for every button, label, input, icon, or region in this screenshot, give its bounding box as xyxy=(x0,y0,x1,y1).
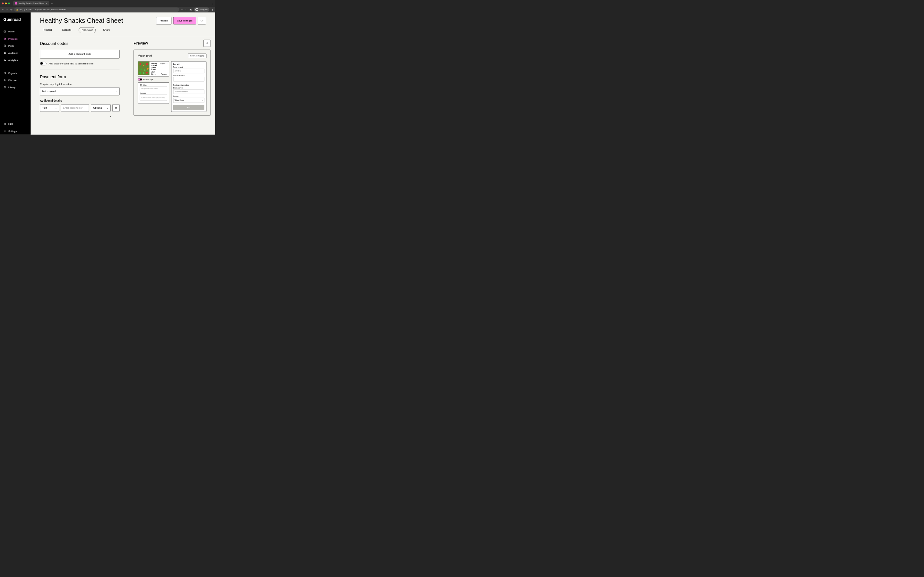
browser-tab[interactable]: Healthy Snacks Cheat Sheet ✕ xyxy=(13,1,49,6)
page-title: Healthy Snacks Cheat Sheet xyxy=(40,17,154,24)
svg-point-7 xyxy=(4,52,5,53)
svg-rect-0 xyxy=(4,31,6,32)
discount-codes-heading: Discount codes xyxy=(40,41,120,46)
gear-icon xyxy=(3,129,6,132)
home-icon xyxy=(3,30,6,33)
product-price: US$12.23 xyxy=(160,63,168,70)
add-discount-code-button[interactable]: Add a discount code xyxy=(40,50,120,58)
cart-product-card: Healthy Snacks Cheat Sheet US$12.23 Dais… xyxy=(138,61,169,76)
chevron-down-icon: ⌄ xyxy=(107,107,108,109)
svg-rect-4 xyxy=(4,45,6,47)
link-icon xyxy=(200,19,204,22)
mac-close[interactable] xyxy=(2,3,4,5)
mac-minimize[interactable] xyxy=(5,3,7,5)
bookmark-icon xyxy=(3,86,6,89)
pay-button[interactable]: Pay xyxy=(173,105,204,110)
sidebar-item-home[interactable]: Home xyxy=(0,28,31,35)
forward-button[interactable]: → xyxy=(6,8,8,11)
email-input[interactable] xyxy=(173,89,204,94)
tabs-dropdown-icon[interactable]: ⌄ xyxy=(212,2,213,5)
shipping-select[interactable]: Not required ⌄ xyxy=(40,87,120,95)
kebab-menu-icon[interactable]: ⋮ xyxy=(212,8,214,11)
sidebar-item-settings[interactable]: Settings xyxy=(0,127,31,135)
dollar-icon: $ xyxy=(3,71,6,74)
detail-placeholder-input[interactable]: Enter placeholder xyxy=(61,104,89,111)
incognito-badge[interactable]: 🕶 Incognito xyxy=(194,7,210,12)
book-icon xyxy=(3,122,6,125)
country-label: Country xyxy=(173,95,204,97)
svg-rect-10 xyxy=(5,59,5,61)
file-icon xyxy=(3,45,6,47)
discount-field-toggle[interactable] xyxy=(40,62,47,65)
archive-icon xyxy=(3,37,6,40)
detail-type-select[interactable]: Text ⌄ xyxy=(40,104,59,111)
gift-details-label: Gift details xyxy=(140,84,167,86)
pay-with-label: Pay with xyxy=(173,63,204,65)
product-qty: Qty: 1 xyxy=(151,73,156,75)
card-info-label: Card information xyxy=(173,75,204,76)
bar-chart-icon xyxy=(3,59,6,61)
mac-maximize[interactable] xyxy=(8,3,10,5)
sidebar-item-products[interactable]: Products xyxy=(0,35,31,42)
svg-rect-9 xyxy=(4,60,4,61)
product-name: Healthy Snacks Cheat Sheet xyxy=(151,63,160,70)
chevron-down-icon: ⌄ xyxy=(116,90,118,92)
gift-toggle[interactable] xyxy=(138,78,142,81)
tab-title: Healthy Snacks Cheat Sheet xyxy=(19,2,44,5)
url-text: app.gumroad.com/products/xdpgv/edit#chec… xyxy=(19,8,66,11)
remove-product-link[interactable]: Remove xyxy=(161,73,168,75)
card-info-input[interactable] xyxy=(173,77,204,81)
svg-line-15 xyxy=(5,81,6,81)
sidebar-item-library[interactable]: Library xyxy=(0,84,31,91)
gift-message-input[interactable] xyxy=(140,95,167,101)
svg-text:$: $ xyxy=(5,73,5,74)
address-bar[interactable]: 🔒 app.gumroad.com/products/xdpgv/edit#ch… xyxy=(14,7,179,12)
logo[interactable]: Gumroad xyxy=(0,17,31,28)
trash-icon xyxy=(115,107,118,109)
gift-message-label: Message xyxy=(140,92,167,94)
new-tab-button[interactable]: + xyxy=(51,2,53,5)
product-thumbnail xyxy=(138,61,150,75)
svg-rect-3 xyxy=(4,39,6,39)
sidebar-item-discover[interactable]: Discover xyxy=(0,77,31,84)
tab-product[interactable]: Product xyxy=(40,27,55,33)
detail-required-select[interactable]: Optional ⌄ xyxy=(91,104,110,111)
recipient-email-input[interactable] xyxy=(140,87,167,91)
publish-button[interactable]: Publish xyxy=(156,17,172,24)
sidebar-item-payouts[interactable]: $ Payouts xyxy=(0,69,31,77)
sidebar-item-posts[interactable]: Posts xyxy=(0,42,31,49)
continue-shopping-button[interactable]: Continue shopping xyxy=(188,53,206,58)
chevron-down-icon: ⌄ xyxy=(55,107,57,109)
bookmark-star-icon[interactable]: ☆ xyxy=(186,8,187,11)
sidebar-item-analytics[interactable]: Analytics xyxy=(0,56,31,63)
tab-content[interactable]: Content xyxy=(59,27,74,33)
product-author[interactable]: Daisy xyxy=(151,71,168,73)
svg-point-14 xyxy=(4,79,5,81)
open-preview-button[interactable] xyxy=(204,40,210,47)
favicon xyxy=(15,2,17,5)
toggle-label: Add discount code field to purchase form xyxy=(49,62,94,65)
svg-point-18 xyxy=(5,131,5,131)
name-on-card-label: Name on card xyxy=(173,66,204,68)
email-label: Email address xyxy=(173,87,204,89)
svg-point-8 xyxy=(5,52,5,53)
tab-share[interactable]: Share xyxy=(100,27,113,33)
delete-detail-button[interactable] xyxy=(112,104,120,111)
svg-rect-16 xyxy=(4,123,6,125)
contact-info-label: Contact information xyxy=(173,84,204,86)
eye-off-icon[interactable]: 👁 xyxy=(181,8,183,11)
reload-button[interactable]: ⟳ xyxy=(10,8,12,11)
extensions-icon[interactable]: ▣ xyxy=(190,8,192,11)
sidebar-item-audience[interactable]: Audience xyxy=(0,49,31,56)
tab-close-icon[interactable]: ✕ xyxy=(45,2,47,5)
country-select[interactable]: United States ⌄ xyxy=(173,98,204,103)
lock-icon: 🔒 xyxy=(16,9,18,11)
save-changes-button[interactable]: Save changes xyxy=(173,17,196,24)
copy-link-button[interactable] xyxy=(198,17,206,24)
sidebar-item-help[interactable]: Help xyxy=(0,120,31,127)
payment-form-heading: Payment form xyxy=(40,74,120,79)
people-icon xyxy=(3,52,6,55)
back-button[interactable]: ← xyxy=(2,8,4,11)
name-on-card-input[interactable] xyxy=(173,69,204,73)
tab-checkout[interactable]: Checkout xyxy=(79,27,95,33)
